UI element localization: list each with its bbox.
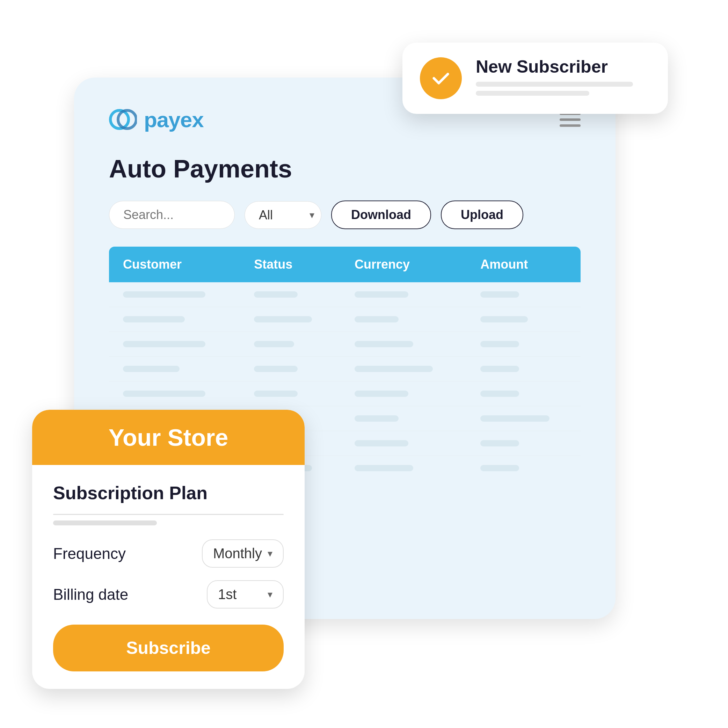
col-status: Status: [240, 247, 341, 282]
skeleton-cell: [123, 366, 180, 372]
check-icon: [430, 68, 451, 89]
table-row: [109, 282, 581, 307]
skeleton-cell: [480, 465, 519, 471]
frequency-chevron-icon: ▾: [268, 548, 272, 559]
skeleton-sub-line: [53, 520, 157, 525]
subscribe-button[interactable]: Subscribe: [53, 625, 284, 671]
skeleton-cell: [254, 390, 298, 397]
notification-title: New Subscriber: [476, 57, 650, 77]
skeleton-cell: [254, 291, 298, 298]
store-card-header: Your Store: [32, 410, 304, 465]
skeleton-cell: [355, 366, 433, 372]
frequency-value: Monthly: [213, 546, 262, 561]
billing-date-field: Billing date 1st ▾: [53, 580, 284, 609]
skeleton-cell: [480, 390, 519, 397]
notification-content: New Subscriber: [476, 57, 650, 100]
billing-label: Billing date: [53, 586, 128, 603]
skeleton-cell: [355, 390, 408, 397]
skeleton-cell: [480, 291, 519, 298]
skeleton-cell: [355, 415, 399, 422]
store-card-body: Subscription Plan Frequency Monthly ▾ Bi…: [32, 465, 304, 689]
skeleton-cell: [355, 341, 413, 347]
skeleton-cell: [480, 316, 528, 323]
table-row: [109, 357, 581, 381]
store-title: Your Store: [50, 424, 287, 451]
skeleton-cell: [480, 341, 519, 347]
skeleton-cell: [355, 440, 408, 447]
skeleton-cell: [123, 291, 205, 298]
frequency-field: Frequency Monthly ▾: [53, 539, 284, 567]
toolbar: All Active Inactive ▾ Download Upload: [109, 200, 581, 229]
billing-value: 1st: [218, 587, 237, 602]
notification-icon-bg: [420, 57, 462, 99]
frequency-dropdown[interactable]: Monthly ▾: [202, 539, 284, 567]
subscription-plan-title: Subscription Plan: [53, 482, 284, 503]
table-row: [109, 332, 581, 357]
skeleton-cell: [254, 341, 294, 347]
download-button[interactable]: Download: [331, 200, 431, 229]
col-amount: Amount: [466, 247, 581, 282]
notification-card: New Subscriber: [402, 43, 668, 114]
skeleton-cell: [355, 291, 408, 298]
filter-select[interactable]: All Active Inactive: [245, 201, 321, 229]
skeleton-cell: [355, 316, 399, 323]
col-customer: Customer: [109, 247, 240, 282]
logo-text: payex: [144, 107, 203, 132]
table-row: [109, 307, 581, 332]
notif-skeleton-1: [476, 82, 633, 87]
billing-chevron-icon: ▾: [268, 589, 272, 600]
upload-button[interactable]: Upload: [441, 200, 523, 229]
skeleton-cell: [123, 316, 185, 323]
logo-area: payex: [109, 106, 203, 133]
skeleton-cell: [480, 440, 519, 447]
skeleton-cell: [355, 465, 413, 471]
skeleton-cell: [480, 415, 549, 422]
billing-dropdown[interactable]: 1st ▾: [207, 580, 284, 609]
skeleton-cell: [254, 316, 312, 323]
col-currency: Currency: [341, 247, 466, 282]
search-input[interactable]: [109, 201, 235, 229]
payex-logo-icon: [109, 106, 137, 133]
frequency-label: Frequency: [53, 545, 126, 563]
skeleton-cell: [480, 366, 519, 372]
notif-skeleton-2: [476, 91, 589, 96]
divider-1: [53, 514, 284, 515]
skeleton-cell: [254, 366, 298, 372]
store-card: Your Store Subscription Plan Frequency M…: [32, 410, 304, 689]
hamburger-icon[interactable]: [560, 113, 581, 127]
filter-select-wrap: All Active Inactive ▾: [245, 201, 321, 229]
table-header-row: Customer Status Currency Amount: [109, 247, 581, 282]
page-title: Auto Payments: [109, 154, 581, 183]
skeleton-cell: [123, 341, 205, 347]
table-row: [109, 381, 581, 406]
skeleton-cell: [123, 390, 205, 397]
